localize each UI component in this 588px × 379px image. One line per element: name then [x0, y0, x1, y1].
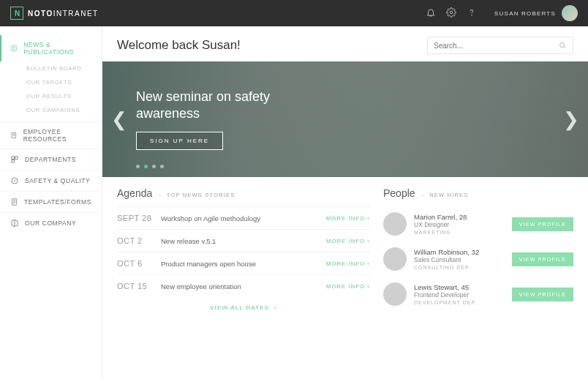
gear-icon[interactable] [446, 7, 456, 19]
sidebar-item-templates[interactable]: TEMPLATES/FORMS [0, 192, 102, 212]
svg-point-0 [450, 11, 453, 14]
brand-name-bold: NOTO [28, 10, 53, 18]
templates-icon [10, 198, 18, 206]
hero-dot[interactable] [144, 165, 148, 168]
chevron-right-icon: › [367, 238, 370, 244]
more-info-link[interactable]: MORE INFO › [326, 283, 370, 290]
person-role: Frontend Developer [414, 291, 512, 299]
topbar-user-name[interactable]: SUSAN ROBERTS [494, 10, 556, 17]
agenda-section: Agenda - TOP NEWS STORIES SEPT 28 Worksh… [117, 187, 370, 372]
help-icon[interactable] [467, 7, 477, 19]
sidebar-item-label: NEWS & PUBLICATIONS [23, 41, 91, 56]
sidebar-item-news[interactable]: NEWS & PUBLICATIONS [0, 35, 102, 61]
agenda-item: SEPT 28 Workshop on Agile methodology MO… [117, 206, 370, 229]
search-input-wrap[interactable] [427, 37, 573, 54]
people-subtitle: - NEW HIRES [420, 192, 469, 198]
agenda-item: OCT 15 New employee orientation MORE INF… [117, 274, 370, 297]
hero-prev-button[interactable]: ❮ [111, 110, 127, 129]
search-icon [558, 41, 567, 50]
hero-dot[interactable] [160, 165, 164, 168]
more-info-link[interactable]: MORE INFO › [326, 215, 370, 222]
avatar [383, 247, 407, 271]
hero-dots [136, 165, 164, 168]
agenda-item: OCT 2 New release v.5.1 MORE INFO › [117, 229, 370, 252]
chevron-right-icon: › [367, 215, 370, 222]
svg-rect-5 [15, 157, 18, 160]
view-all-dates-link[interactable]: VIEW ALL DATES › [117, 297, 370, 311]
hero-next-button[interactable]: ❯ [563, 110, 579, 129]
person-item: Marion Farrel, 28 UX Designer MARKETING … [383, 206, 573, 241]
agenda-date: OCT 2 [117, 236, 161, 245]
news-icon [10, 44, 18, 53]
avatar [383, 282, 407, 306]
person-name: William Robinson, 32 [414, 248, 512, 256]
hero-banner: ❮ New seminar on safety awareness SIGN U… [102, 61, 588, 177]
person-item: Lewis Stewart, 45 Frontend Developer DEV… [383, 277, 573, 312]
person-name: Lewis Stewart, 45 [414, 283, 512, 291]
agenda-item-title: New employee orientation [161, 282, 326, 290]
people-section: People - NEW HIRES Marion Farrel, 28 UX … [383, 187, 573, 372]
brand-name-light: INTRANET [53, 10, 99, 18]
agenda-item: OCT 6 Product managers open house MORE I… [117, 252, 370, 274]
sidebar-item-company[interactable]: OUR COMPANY [0, 213, 102, 233]
agenda-item-title: Workshop on Agile methodology [161, 214, 326, 222]
resources-icon [10, 131, 18, 140]
brand-name: NOTOINTRANET [28, 10, 99, 18]
svg-rect-4 [12, 157, 15, 160]
chevron-right-icon: › [367, 260, 370, 267]
person-department: MARKETING [414, 230, 512, 235]
sidebar-item-employee-resources[interactable]: EMPLOYEE RESOURCES [0, 122, 102, 149]
agenda-date: SEPT 28 [117, 214, 161, 222]
agenda-date: OCT 6 [117, 259, 161, 268]
person-role: Sales Consultant [414, 256, 512, 263]
agenda-subtitle: - TOP NEWS STORIES [157, 192, 235, 198]
person-name: Marion Farrel, 28 [414, 213, 512, 221]
sidebar-sub-targets[interactable]: OUR TARGETS [26, 75, 102, 89]
sidebar-item-label: SAFETY & QUALITY [25, 177, 90, 184]
agenda-date: OCT 15 [117, 282, 161, 290]
avatar [383, 212, 407, 236]
view-profile-button[interactable]: VIEW PROFILE [512, 252, 573, 266]
sidebar-sub-results[interactable]: OUR RESULTS [26, 89, 102, 103]
company-icon [10, 219, 19, 228]
avatar[interactable] [562, 5, 578, 21]
agenda-item-title: New release v.5.1 [161, 237, 326, 245]
sidebar: NEWS & PUBLICATIONS BULLETIN BOARD OUR T… [0, 26, 102, 379]
person-role: UX Designer [414, 221, 512, 228]
svg-rect-6 [12, 160, 15, 163]
person-item: William Robinson, 32 Sales Consultant CO… [383, 241, 573, 277]
hero-title: New seminar on safety awareness [136, 89, 304, 121]
bell-icon[interactable] [426, 7, 436, 19]
sidebar-item-label: DEPARTMENTS [25, 156, 76, 163]
hero-dot[interactable] [152, 165, 156, 168]
agenda-title: Agenda [117, 187, 152, 199]
sidebar-sub-bulletin[interactable]: BULLETIN BOARD [26, 61, 102, 75]
view-profile-button[interactable]: VIEW PROFILE [512, 288, 573, 301]
person-department: DEVELOPMENT DEP. [414, 300, 512, 305]
topbar: N NOTOINTRANET SUSAN ROBERTS [0, 0, 588, 26]
sidebar-item-label: TEMPLATES/FORMS [24, 198, 91, 206]
chevron-right-icon: › [367, 283, 370, 290]
departments-icon [10, 155, 19, 164]
svg-point-9 [560, 43, 565, 48]
brand-logo[interactable]: N NOTOINTRANET [10, 7, 99, 20]
sidebar-item-label: OUR COMPANY [25, 219, 76, 227]
more-info-link[interactable]: MORE INFO › [326, 238, 370, 244]
logo-mark-icon: N [10, 7, 23, 20]
page-title: Welcome back Susan! [117, 38, 241, 53]
view-profile-button[interactable]: VIEW PROFILE [512, 217, 573, 231]
more-info-link[interactable]: MORE INFO › [326, 260, 370, 267]
people-title: People [383, 187, 415, 199]
svg-point-1 [472, 15, 472, 15]
sidebar-item-departments[interactable]: DEPARTMENTS [0, 149, 102, 170]
sidebar-sub-campaigns[interactable]: OUR CAMPAIGNS [26, 103, 102, 117]
sidebar-item-label: EMPLOYEE RESOURCES [23, 128, 91, 143]
hero-cta-button[interactable]: SIGN UP HERE [136, 132, 223, 150]
hero-dot[interactable] [136, 165, 140, 168]
agenda-item-title: Product managers open house [161, 260, 326, 268]
sidebar-item-safety[interactable]: SAFETY & QUALITY [0, 170, 102, 191]
person-department: CONSULTING DEP. [414, 265, 512, 270]
search-input[interactable] [434, 42, 558, 50]
safety-icon [10, 176, 19, 185]
